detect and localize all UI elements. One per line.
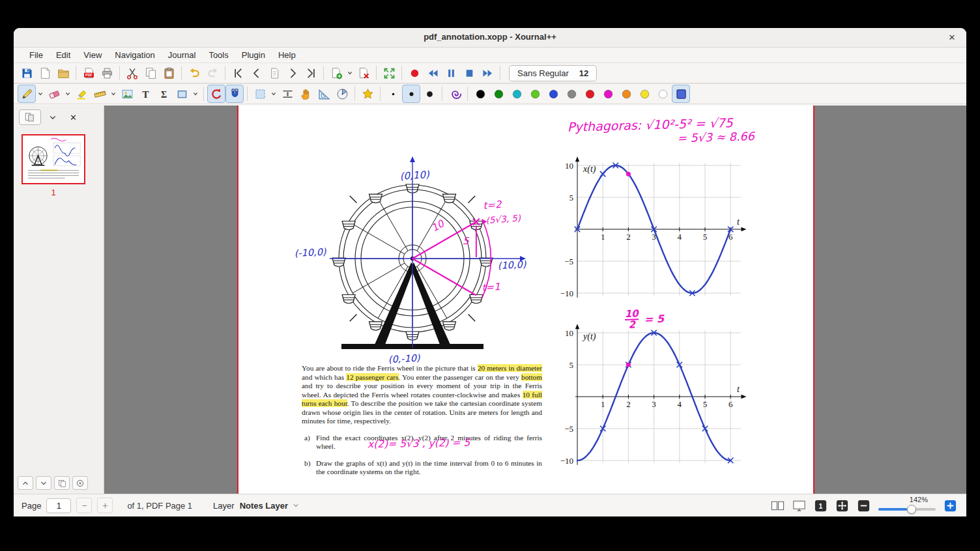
paste-button[interactable] [160, 64, 178, 82]
svg-text:1: 1 [819, 502, 823, 509]
next-page-button[interactable] [283, 64, 302, 82]
toolbar-separator [225, 66, 225, 80]
page-decrement-button[interactable]: − [76, 498, 92, 513]
page-increment-button[interactable]: + [97, 498, 113, 513]
pair-pages-button[interactable] [770, 498, 786, 514]
menu-item-help[interactable]: Help [272, 49, 302, 61]
preview-down-button[interactable] [36, 476, 51, 490]
color-blue-button[interactable] [544, 85, 562, 103]
hand-tool-button[interactable] [296, 85, 315, 103]
record-audio-button[interactable] [405, 64, 424, 82]
pen-options-dropdown[interactable] [36, 85, 45, 103]
favorites-button[interactable] [358, 85, 377, 103]
highlighter-tool-button[interactable] [72, 85, 91, 103]
copy-button[interactable] [141, 64, 160, 82]
shape-recognizer-button[interactable] [207, 85, 225, 103]
new-file-button[interactable] [36, 64, 54, 82]
stop-button[interactable] [460, 64, 478, 82]
layer-selector[interactable]: Notes Layer [240, 501, 300, 511]
menu-item-file[interactable]: File [23, 49, 50, 61]
document-area[interactable]: Pythagoras: √10²-5² = √75 = 5√3 ≈ 8.66 (… [104, 106, 966, 494]
undo-button[interactable] [185, 64, 203, 82]
page-number-input[interactable] [46, 498, 71, 513]
setsquare-button[interactable] [315, 85, 333, 103]
selection-tool-button[interactable] [251, 85, 269, 103]
delete-page-button[interactable] [354, 64, 373, 82]
font-selector-button[interactable]: Sans Regular 12 [509, 65, 597, 81]
pen-tool-button[interactable] [18, 85, 36, 103]
shapes-tool-button[interactable] [173, 85, 191, 103]
fullscreen-button[interactable] [380, 64, 398, 82]
pause-button[interactable] [442, 64, 460, 82]
open-file-button[interactable] [54, 64, 72, 82]
thickness-fine-button[interactable] [384, 85, 402, 103]
selection-dropdown[interactable] [269, 85, 278, 103]
image-tool-button[interactable] [118, 85, 136, 103]
color-cyan-button[interactable] [508, 85, 526, 103]
preview-up-button[interactable] [18, 476, 33, 490]
compass-button[interactable] [333, 85, 351, 103]
thickness-medium-button[interactable] [402, 85, 420, 103]
last-page-button[interactable] [302, 64, 320, 82]
thickness-thick-button[interactable] [420, 85, 439, 103]
menu-item-navigation[interactable]: Navigation [108, 49, 161, 61]
save-button[interactable] [18, 64, 36, 82]
zoom-out-button[interactable] [856, 498, 872, 514]
eraser-tool-button[interactable] [45, 85, 63, 103]
previous-page-button[interactable] [247, 64, 265, 82]
menu-item-journal[interactable]: Journal [162, 49, 203, 61]
menu-item-edit[interactable]: Edit [50, 49, 77, 61]
zoom-in-button[interactable] [942, 498, 958, 514]
window-close-button[interactable]: ✕ [945, 31, 958, 44]
preview-close-button[interactable]: ✕ [70, 109, 77, 125]
zoom-slider-handle[interactable] [907, 505, 916, 514]
new-page-dropdown[interactable] [345, 64, 354, 82]
zoom-fit-button[interactable] [834, 498, 850, 514]
color-white-button[interactable] [654, 85, 672, 103]
snapping-button[interactable] [225, 85, 244, 103]
print-button[interactable] [98, 64, 116, 82]
color-lightgreen-button[interactable] [526, 85, 544, 103]
cut-button[interactable] [123, 64, 141, 82]
vertical-space-button[interactable] [278, 85, 296, 103]
redo-button[interactable] [203, 64, 222, 82]
pdf-page[interactable]: Pythagoras: √10²-5² = √75 = 5√3 ≈ 8.66 (… [237, 106, 814, 494]
zoom-slider[interactable] [878, 503, 936, 515]
goto-page-button[interactable] [265, 64, 283, 82]
duplicate-page-button[interactable] [54, 476, 70, 490]
svg-text:5: 5 [569, 360, 574, 370]
color-gray-button[interactable] [562, 85, 581, 103]
layer-label: Layer [213, 501, 235, 511]
spline-button[interactable] [446, 85, 464, 103]
delete-preview-button[interactable] [72, 476, 88, 490]
first-page-button[interactable] [229, 64, 247, 82]
tex-tool-button[interactable]: Σ [154, 85, 173, 103]
color-green-button[interactable] [489, 85, 508, 103]
zoom-in-icon [943, 498, 958, 513]
rewind-button[interactable] [424, 64, 442, 82]
preview-layout-button[interactable] [19, 109, 41, 125]
preview-dropdown[interactable] [47, 109, 59, 125]
shapes-dropdown[interactable] [191, 85, 200, 103]
new-page-button[interactable] [327, 64, 345, 82]
menu-item-plugin[interactable]: Plugin [235, 49, 272, 61]
forward-button[interactable] [478, 64, 497, 82]
color-black-button[interactable] [471, 85, 489, 103]
presentation-mode-button[interactable] [791, 498, 807, 514]
ruler-tool-button[interactable] [91, 85, 109, 103]
color-yellow-button[interactable] [635, 85, 654, 103]
text-tool-button[interactable]: T [136, 85, 154, 103]
zoom-100-button[interactable]: 1 [813, 498, 829, 514]
toolbar-separator [76, 66, 76, 80]
export-pdf-button[interactable]: PDF [79, 64, 98, 82]
current-color-button[interactable] [672, 85, 690, 103]
ruler-options-dropdown[interactable] [109, 85, 118, 103]
menu-item-tools[interactable]: Tools [202, 49, 235, 61]
color-magenta-button[interactable] [599, 85, 617, 103]
color-orange-button[interactable] [617, 85, 635, 103]
eraser-options-dropdown[interactable] [63, 85, 72, 103]
color-red-button[interactable] [581, 85, 599, 103]
svg-text:10: 10 [565, 161, 573, 171]
page-thumbnail[interactable] [22, 134, 85, 184]
menu-item-view[interactable]: View [77, 49, 108, 61]
